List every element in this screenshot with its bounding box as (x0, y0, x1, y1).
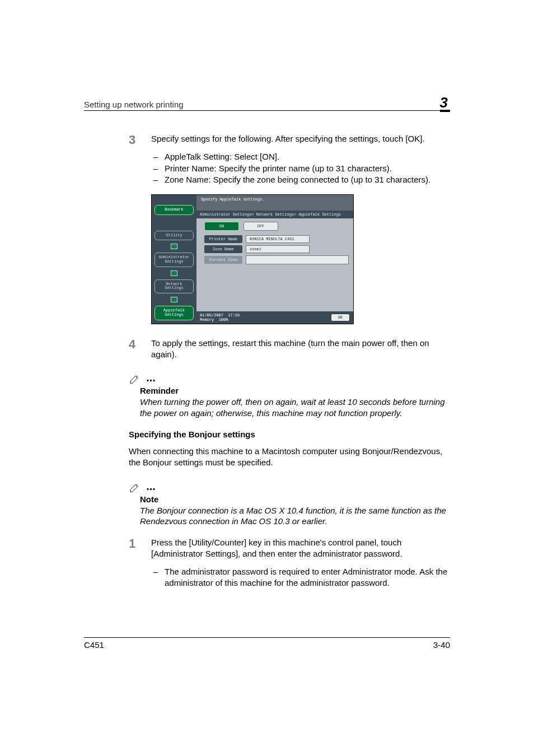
toggle-on[interactable]: ON (204, 222, 239, 231)
header-title: Setting up network printing (84, 100, 184, 109)
sidebar-item-admin[interactable]: Administrator Settings (154, 253, 194, 267)
bookmark-button[interactable]: Bookmark (154, 205, 194, 215)
reminder-label: Reminder (140, 386, 450, 395)
section-title: Specifying the Bonjour settings (129, 430, 450, 439)
printer-name-field[interactable]: KONICA MINOLTA C451 (246, 235, 310, 243)
reminder-body: When turning the power off, then on agai… (140, 396, 450, 418)
chevron-down-icon (171, 244, 177, 249)
zone-name-field[interactable]: zone1 (246, 245, 310, 253)
panel-title: Specify AppleTalk settings. (196, 195, 353, 204)
pencil-icon: ... (129, 479, 156, 493)
sidebar-item-appletalk[interactable]: AppleTalk Settings (154, 306, 194, 320)
footer-page: 3-40 (433, 640, 450, 650)
page-header: Setting up network printing 3 (84, 95, 450, 111)
current-zone-label: Current Zone (204, 256, 242, 264)
zone-name-label: Zone Name (204, 245, 242, 253)
list-item: –AppleTalk Setting: Select [ON]. (151, 151, 430, 162)
list-item: –Printer Name: Specify the printer name … (151, 163, 430, 174)
chevron-down-icon (171, 270, 177, 276)
list-item: –The administrator password is required … (151, 566, 450, 589)
sidebar-item-utility[interactable]: Utility (154, 231, 194, 241)
toggle-off[interactable]: OFF (243, 222, 278, 231)
step-1: 1 Press the [Utility/Counter] key in thi… (129, 537, 450, 589)
step-number: 1 (129, 537, 151, 589)
step-text: Specify settings for the following. Afte… (151, 133, 430, 144)
step-number: 3 (129, 133, 151, 185)
chapter-number: 3 (440, 95, 450, 112)
panel-sidebar: Bookmark Utility Administrator Settings … (152, 195, 196, 324)
reminder-block: ... Reminder When turning the power off,… (129, 370, 450, 418)
note-block: ... Note The Bonjour connection is a Mac… (129, 479, 450, 527)
settings-panel-screenshot: Bookmark Utility Administrator Settings … (151, 194, 450, 324)
step-number: 4 (129, 338, 151, 361)
paragraph: When connecting this machine to a Macint… (129, 446, 450, 469)
step-text: Press the [Utility/Counter] key in this … (151, 537, 450, 560)
step-text: To apply the settings, restart this mach… (151, 338, 450, 361)
page-footer: C451 3-40 (84, 637, 450, 650)
step-3: 3 Specify settings for the following. Af… (129, 133, 450, 185)
footer-model: C451 (84, 640, 104, 650)
current-zone-field (246, 255, 349, 264)
breadcrumb: Administrator Settings> Network Settings… (196, 211, 353, 218)
ok-button[interactable]: OK (331, 314, 350, 321)
note-body: The Bonjour connection is a Mac OS X 10.… (140, 505, 450, 527)
step-4: 4 To apply the settings, restart this ma… (129, 338, 450, 361)
chevron-down-icon (171, 297, 177, 302)
sidebar-item-network[interactable]: Network Settings (154, 279, 194, 293)
note-label: Note (140, 494, 450, 504)
status-bar: 01/05/2007 17:55 Memory 100% (200, 313, 240, 322)
pencil-icon: ... (129, 370, 156, 384)
list-item: –Zone Name: Specify the zone being conne… (151, 174, 430, 185)
printer-name-label: Printer Name (204, 235, 242, 243)
